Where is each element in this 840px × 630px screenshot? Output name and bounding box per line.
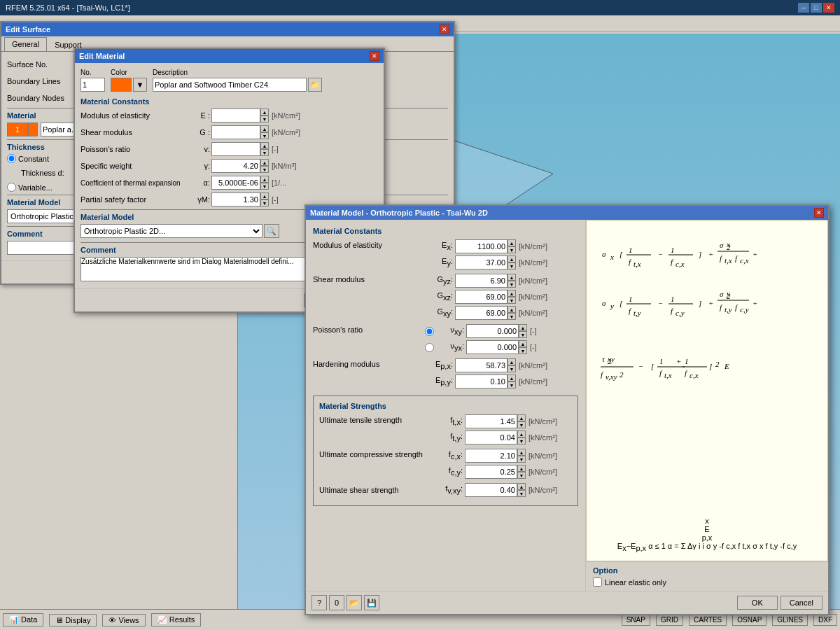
model-ftx-up[interactable]: ▲ [517, 414, 526, 421]
mat-desc-group: Description 📁 [153, 69, 378, 92]
grid-btn[interactable]: GRID [656, 614, 683, 626]
radio-vxy[interactable] [425, 327, 434, 336]
dxf-btn[interactable]: DXF [813, 614, 837, 626]
model-ftx-input[interactable] [465, 414, 517, 428]
snap-btn[interactable]: SNAP [622, 614, 650, 626]
mat-gamma-input[interactable] [211, 159, 260, 173]
mat-model-search-btn[interactable]: 🔍 [264, 224, 279, 238]
model-vxy-up[interactable]: ▲ [519, 324, 527, 331]
model-cancel-btn[interactable]: Cancel [780, 596, 822, 610]
maximize-btn[interactable]: □ [811, 3, 822, 13]
material-model-close[interactable]: ✕ [814, 208, 824, 218]
mat-alpha-down[interactable]: ▼ [260, 183, 269, 190]
tab-general[interactable]: General [4, 37, 47, 51]
model-ex-input[interactable] [455, 239, 507, 253]
model-ey-up[interactable]: ▲ [507, 255, 516, 262]
mat-v-input[interactable] [211, 142, 260, 156]
model-fcy-input[interactable] [465, 465, 517, 479]
model-epx-up[interactable]: ▲ [507, 358, 516, 365]
linear-elastic-checkbox[interactable] [593, 578, 602, 587]
glines-btn[interactable]: GLINES [772, 614, 808, 626]
radio-variable[interactable] [7, 183, 16, 192]
status-display-btn[interactable]: 🖥 Display [49, 614, 97, 626]
model-fvxy-up[interactable]: ▲ [517, 483, 526, 490]
status-results-btn[interactable]: 📈 Results [151, 613, 202, 626]
status-views-btn[interactable]: 👁 Views [102, 614, 145, 626]
edit-surface-close[interactable]: ✕ [440, 24, 449, 34]
model-fty-down[interactable]: ▼ [517, 438, 526, 444]
osnap-btn[interactable]: OSNAP [732, 614, 766, 626]
svg-text:f: f [671, 258, 674, 266]
radio-vyx[interactable] [425, 343, 434, 352]
status-data-btn[interactable]: 📊 Data [3, 613, 43, 626]
model-ftx-down[interactable]: ▼ [517, 421, 526, 428]
model-fvxy-down[interactable]: ▼ [517, 490, 526, 497]
model-fvxy-input[interactable] [465, 483, 517, 497]
model-fty-input[interactable] [465, 430, 517, 444]
mat-e-input[interactable] [211, 108, 260, 122]
mat-desc-browse[interactable]: 📁 [308, 78, 322, 92]
model-vxy-down[interactable]: ▼ [519, 331, 527, 338]
mat-no-input[interactable] [80, 78, 105, 92]
mat-e-up[interactable]: ▲ [260, 108, 269, 115]
model-load-btn[interactable]: 📂 [346, 595, 362, 610]
minimize-btn[interactable]: ─ [798, 3, 809, 13]
model-gxy-up[interactable]: ▲ [507, 306, 516, 313]
model-fcx-input[interactable] [465, 449, 517, 463]
svg-text:+: + [708, 250, 713, 258]
model-epy-down[interactable]: ▼ [507, 382, 516, 388]
mat-alpha-input[interactable] [211, 176, 260, 190]
mat-gamma-down[interactable]: ▼ [260, 166, 269, 173]
model-ey-down[interactable]: ▼ [507, 262, 516, 270]
model-gyz-down[interactable]: ▼ [507, 281, 516, 288]
model-gyz-input[interactable] [455, 274, 507, 288]
model-fcy-up[interactable]: ▲ [517, 465, 526, 472]
mat-g-up[interactable]: ▲ [260, 125, 269, 132]
model-vyx-down[interactable]: ▼ [519, 347, 527, 354]
model-fty-up[interactable]: ▲ [517, 430, 526, 438]
model-ex-up[interactable]: ▲ [507, 239, 516, 246]
mat-g-input[interactable] [211, 125, 260, 139]
model-ex-down[interactable]: ▼ [507, 246, 516, 253]
model-epy-input[interactable] [455, 374, 507, 388]
mat-gm-input[interactable] [211, 192, 260, 206]
radio-constant[interactable] [7, 154, 16, 163]
mat-desc-input[interactable] [153, 78, 307, 92]
model-help-btn[interactable]: ? [312, 595, 327, 610]
model-epx-down[interactable]: ▼ [507, 365, 516, 372]
mat-v-up[interactable]: ▲ [260, 142, 269, 149]
mat-gm-up[interactable]: ▲ [260, 192, 269, 200]
mat-v-down[interactable]: ▼ [260, 149, 269, 156]
model-gxz-down[interactable]: ▼ [507, 297, 516, 304]
mat-e-down[interactable]: ▼ [260, 115, 269, 122]
mat-weight-label: Specific weight [80, 162, 192, 170]
model-fcx-up[interactable]: ▲ [517, 449, 526, 456]
mat-color-btn[interactable]: ▼ [133, 78, 147, 92]
model-fcx-down[interactable]: ▼ [517, 456, 526, 463]
mat-g-down[interactable]: ▼ [260, 132, 269, 139]
model-reset-btn[interactable]: 0 [329, 595, 344, 610]
model-fcy-down[interactable]: ▼ [517, 472, 526, 479]
close-btn[interactable]: ✕ [823, 3, 834, 13]
model-vyx-input[interactable] [466, 340, 519, 354]
mat-gm-down[interactable]: ▼ [260, 200, 269, 206]
model-epy-up[interactable]: ▲ [507, 374, 516, 382]
model-gxz-up[interactable]: ▲ [507, 290, 516, 297]
mat-model-dropdown[interactable]: Orthotropic Plastic 2D... [80, 224, 262, 238]
model-gxy-input[interactable] [455, 306, 507, 320]
model-vyx-up[interactable]: ▲ [519, 340, 527, 347]
cartes-btn[interactable]: CARTES [689, 614, 727, 626]
model-ok-btn[interactable]: OK [737, 596, 778, 610]
model-gxz-input[interactable] [455, 290, 507, 304]
model-vxy-input[interactable] [466, 324, 519, 338]
model-save-btn[interactable]: 💾 [364, 595, 379, 610]
model-gxy-down[interactable]: ▼ [507, 313, 516, 320]
model-epx-input[interactable] [455, 358, 507, 372]
edit-material-close[interactable]: ✕ [370, 51, 379, 61]
model-ey-input[interactable] [455, 255, 507, 270]
model-gyz-up[interactable]: ▲ [507, 274, 516, 281]
mat-gamma-up[interactable]: ▲ [260, 159, 269, 166]
mat-alpha-up[interactable]: ▲ [260, 176, 269, 183]
option-label: Option [593, 566, 821, 575]
model-strengths-title: Material Strengths [319, 402, 572, 410]
